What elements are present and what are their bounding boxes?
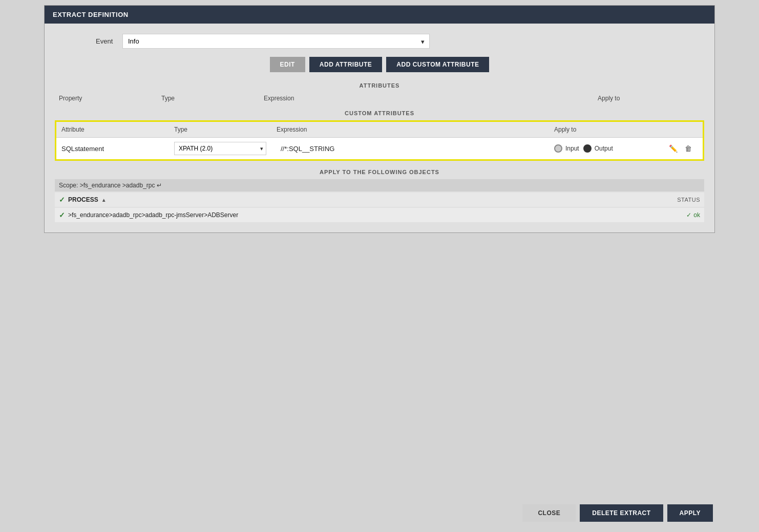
col-expression: Expression — [264, 95, 598, 102]
event-select[interactable]: Info — [122, 34, 430, 49]
output-radio-group[interactable]: Output — [583, 144, 613, 153]
custom-attr-header: Attribute Type Expression Apply to — [56, 122, 703, 138]
scope-text: Scope: >fs_endurance >adadb_rpc ↵ — [59, 182, 162, 189]
close-button[interactable]: CLOSE — [522, 504, 576, 522]
delete-attr-icon[interactable]: 🗑 — [682, 142, 694, 155]
attr-type: XPATH (2.0) — [174, 142, 277, 155]
edit-attr-icon[interactable]: ✏️ — [667, 142, 679, 155]
status-ok: ✓ ok — [686, 211, 700, 219]
custom-col-attribute: Attribute — [61, 126, 174, 133]
input-radio-group[interactable]: Input — [554, 144, 579, 153]
ok-checkmark: ✓ — [686, 211, 691, 219]
action-icons: ✏️ 🗑 — [667, 142, 698, 155]
custom-attributes-section-label: CUSTOM ATTRIBUTES — [55, 110, 704, 116]
event-label: Event — [96, 37, 116, 45]
custom-col-apply-to: Apply to — [554, 126, 667, 133]
ok-label: ok — [693, 211, 700, 219]
edit-button[interactable]: EDIT — [270, 57, 305, 72]
col-property: Property — [59, 95, 161, 102]
custom-col-type: Type — [174, 126, 277, 133]
add-attribute-button[interactable]: ADD ATTRIBUTE — [309, 57, 383, 72]
title-bar: EXTRACT DEFINITION — [45, 6, 714, 24]
apply-button[interactable]: APPLY — [667, 504, 713, 522]
apply-section-label: APPLY TO THE FOLLOWING OBJECTS — [55, 169, 704, 175]
attributes-header: Property Type Expression Apply to — [55, 93, 704, 104]
attr-type-select[interactable]: XPATH (2.0) — [174, 142, 266, 155]
add-custom-attribute-button[interactable]: ADD CUSTOM ATTRIBUTE — [386, 57, 489, 72]
object-row: ✓ >fs_endurance>adadb_rpc>adadb_rpc-jmsS… — [55, 208, 704, 222]
object-path: >fs_endurance>adadb_rpc>adadb_rpc-jmsSer… — [68, 211, 238, 219]
custom-col-actions — [667, 126, 698, 133]
scope-row: Scope: >fs_endurance >adadb_rpc ↵ — [55, 179, 704, 191]
output-radio[interactable] — [583, 144, 592, 153]
col-type: Type — [161, 95, 264, 102]
custom-attr-row: SQLstatement XPATH (2.0) //*:SQL__STRING… — [56, 138, 703, 159]
window-title: EXTRACT DEFINITION — [53, 11, 129, 18]
output-radio-label: Output — [595, 145, 613, 152]
process-row: ✓ PROCESS ▲ STATUS — [55, 193, 704, 207]
custom-col-expression: Expression — [277, 126, 554, 133]
col-apply-to: Apply to — [598, 95, 700, 102]
attr-name: SQLstatement — [61, 145, 174, 153]
input-radio[interactable] — [554, 144, 562, 153]
sort-icon: ▲ — [101, 197, 107, 203]
status-column-label: STATUS — [677, 197, 700, 203]
custom-attributes-section: Attribute Type Expression Apply to SQLst… — [55, 120, 704, 161]
toolbar: EDIT ADD ATTRIBUTE ADD CUSTOM ATTRIBUTE — [55, 57, 704, 72]
object-checkmark: ✓ — [59, 211, 65, 219]
attr-expression: //*:SQL__STRING — [277, 145, 554, 153]
input-radio-label: Input — [565, 145, 579, 152]
attr-apply-to: Input Output — [554, 144, 667, 153]
process-label: PROCESS — [68, 196, 98, 203]
process-checkmark: ✓ — [59, 196, 65, 204]
attributes-section-label: ATTRIBUTES — [55, 82, 704, 89]
delete-extract-button[interactable]: DELETE EXTRACT — [580, 504, 663, 522]
footer: CLOSE DELETE EXTRACT APPLY — [522, 504, 713, 522]
